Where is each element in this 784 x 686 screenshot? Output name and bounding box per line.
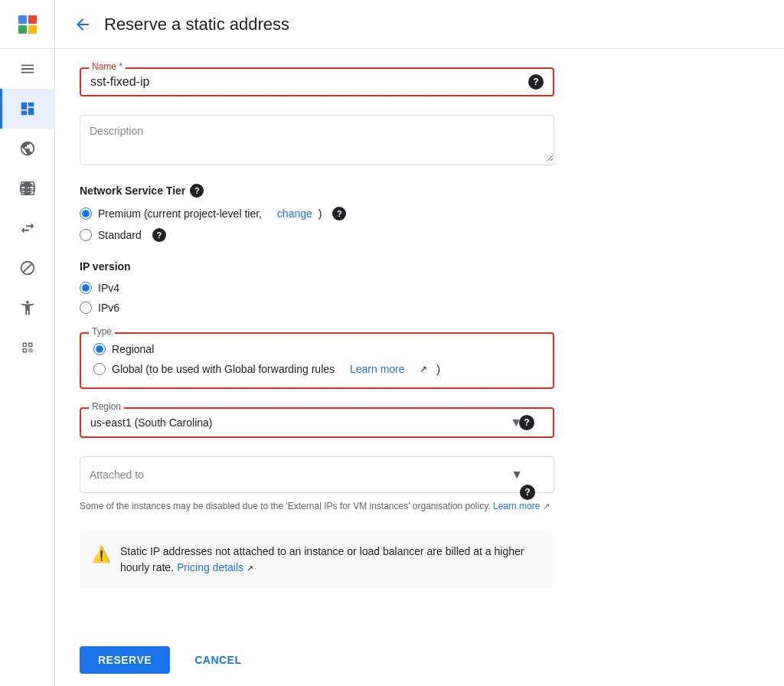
description-input[interactable]: [80, 116, 554, 162]
attached-dropdown-arrow: ▼: [511, 468, 523, 482]
grid-icon: [17, 14, 38, 35]
global-learn-more-link[interactable]: Learn more: [350, 363, 405, 375]
regional-radio-option[interactable]: Regional: [93, 343, 541, 355]
globe-icon: [19, 140, 36, 157]
attached-learn-more-link[interactable]: Learn more: [493, 501, 540, 511]
premium-help-icon[interactable]: ?: [332, 207, 346, 220]
svg-rect-1: [28, 15, 37, 24]
global-radio-option[interactable]: Global (to be used with Global forwardin…: [93, 363, 541, 375]
premium-label: Premium (current project-level tier,: [98, 207, 262, 220]
region-help-icon[interactable]: ?: [519, 415, 534, 430]
network-tier-help-icon[interactable]: ?: [190, 184, 204, 198]
region-field-group: Region us-east1 (South Carolina) ▼ ?: [80, 407, 760, 438]
type-radio-group: Regional Global (to be used with Global …: [93, 343, 541, 375]
hybrid-icon: [19, 339, 36, 356]
form-content: Name * ? Network Service Tier ? Premium …: [55, 49, 784, 634]
regional-label: Regional: [112, 343, 154, 355]
region-select[interactable]: us-east1 (South Carolina): [90, 416, 510, 429]
name-input[interactable]: [90, 75, 544, 89]
back-button[interactable]: [74, 15, 92, 34]
ip-version-radio-group: IPv4 IPv6: [80, 282, 760, 314]
sidebar-item-vpn[interactable]: [0, 288, 55, 328]
reserve-button[interactable]: RESERVE: [80, 646, 170, 674]
warning-icon: ⚠️: [92, 545, 111, 564]
attached-to-container: Attached to ▼ ?: [80, 456, 554, 493]
global-label: Global (to be used with Global forwardin…: [112, 363, 335, 375]
vpn-icon: [19, 299, 36, 316]
ipv4-label: IPv4: [98, 282, 119, 294]
ipv4-radio-option[interactable]: IPv4: [80, 282, 760, 294]
warning-box: ⚠️ Static IP addresses not attached to a…: [80, 531, 554, 588]
region-label: Region: [89, 401, 124, 412]
firewall-icon: [19, 180, 36, 197]
peering-icon: [19, 260, 36, 276]
name-field-group: Name * ?: [80, 67, 760, 96]
premium-radio[interactable]: [80, 207, 92, 220]
ipv6-label: IPv6: [98, 302, 119, 314]
main-content: Reserve a static address Name * ? Networ…: [55, 0, 784, 686]
svg-rect-0: [18, 15, 27, 24]
description-field-group: [80, 115, 760, 165]
network-service-tier-label: Network Service Tier ?: [80, 184, 760, 198]
svg-point-9: [26, 301, 29, 304]
svg-rect-3: [28, 25, 37, 34]
standard-label: Standard: [98, 229, 142, 241]
ip-version-label: IP version: [80, 260, 760, 273]
learn-more-external-icon: ↗: [543, 501, 550, 511]
ipv6-radio-option[interactable]: IPv6: [80, 302, 760, 314]
ipv4-radio[interactable]: [80, 282, 92, 294]
type-section: Type Regional Global (to be used with Gl…: [80, 332, 554, 389]
name-field-container: Name * ?: [80, 67, 554, 96]
name-help-icon[interactable]: ?: [528, 74, 544, 90]
sidebar-item-routes[interactable]: [0, 208, 55, 248]
standard-help-icon[interactable]: ?: [152, 228, 166, 242]
attached-to-field-group: Attached to ▼ ? Some of the instances ma…: [80, 456, 760, 513]
pricing-external-icon: ↗: [247, 564, 253, 573]
pricing-link[interactable]: Pricing details: [177, 561, 243, 573]
name-label: Name *: [89, 61, 126, 72]
sidebar-item-globe[interactable]: [0, 129, 55, 168]
standard-radio-option[interactable]: Standard ?: [80, 228, 760, 242]
premium-radio-option[interactable]: Premium (current project-level tier, cha…: [80, 207, 760, 220]
menu-icon: [19, 60, 36, 77]
sidebar-logo[interactable]: [0, 0, 55, 49]
ip-version-group: IP version IPv4 IPv6: [80, 260, 760, 314]
external-link-icon: ↗: [420, 364, 427, 374]
attached-help-icon[interactable]: ?: [520, 485, 535, 500]
sidebar-item-peering[interactable]: [0, 248, 55, 288]
network-service-tier-group: Network Service Tier ? Premium (current …: [80, 184, 760, 242]
global-radio[interactable]: [93, 363, 106, 375]
form-footer: RESERVE CANCEL: [55, 634, 784, 686]
ipv6-radio[interactable]: [80, 302, 92, 314]
sidebar-item-menu[interactable]: [0, 49, 55, 89]
page-header: Reserve a static address: [55, 0, 784, 49]
standard-radio[interactable]: [80, 229, 92, 241]
type-section-label: Type: [89, 326, 115, 337]
cancel-button[interactable]: CANCEL: [182, 646, 253, 674]
premium-change-link[interactable]: change: [277, 207, 312, 220]
region-container: Region us-east1 (South Carolina) ▼ ?: [80, 407, 554, 438]
warning-text: Static IP addresses not attached to an i…: [120, 544, 542, 576]
page-title: Reserve a static address: [104, 15, 289, 34]
sidebar-item-hybrid[interactable]: [0, 328, 55, 368]
attached-helper-text: Some of the instances may be disabled du…: [80, 499, 554, 513]
description-container: [80, 115, 554, 165]
sidebar: [0, 0, 55, 686]
dashboard-icon: [19, 100, 36, 117]
svg-rect-2: [18, 25, 27, 34]
attached-to-select[interactable]: Attached to: [90, 469, 511, 481]
regional-radio[interactable]: [93, 343, 106, 355]
required-indicator: *: [119, 61, 122, 72]
sidebar-item-firewall[interactable]: [0, 168, 55, 208]
sidebar-item-dashboard[interactable]: [0, 89, 55, 129]
routes-icon: [19, 220, 36, 237]
network-tier-radio-group: Premium (current project-level tier, cha…: [80, 207, 760, 242]
